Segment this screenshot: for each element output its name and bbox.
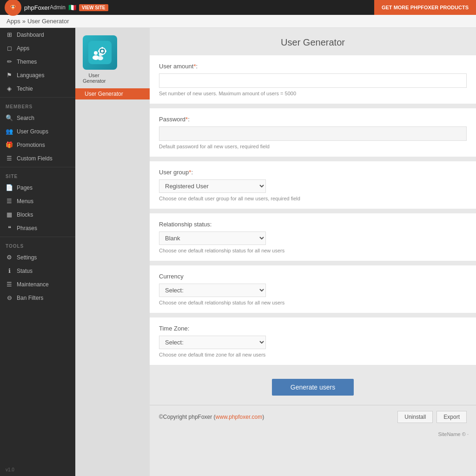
status-icon: ℹ <box>6 267 13 274</box>
sidebar-item-blocks[interactable]: ▦ Blocks <box>0 208 75 221</box>
sidebar-item-settings[interactable]: ⚙ Settings <box>0 251 75 264</box>
promotions-icon: 🎁 <box>6 141 13 148</box>
sidebar-item-label: Menus <box>17 198 33 205</box>
sidebar-item-label: Status <box>17 268 33 274</box>
custom-fields-icon: ☰ <box>6 155 13 162</box>
themes-icon: ✏ <box>6 58 13 65</box>
sidebar-version: v1.0 <box>0 463 75 476</box>
sidebar-item-menus[interactable]: ☰ Menus <box>0 194 75 208</box>
app-main: User Generator User amount*: Set number … <box>150 28 476 476</box>
user-group-select[interactable]: Registered User Administrator Staff <box>159 179 266 193</box>
currency-select[interactable]: Select: USD EUR GBP <box>159 284 266 297</box>
relationship-status-hint: Choose one default relationship status f… <box>159 248 467 253</box>
brand-label: phpFoxer <box>24 4 50 11</box>
sidebar-item-phrases[interactable]: ❝ Phrases <box>0 221 75 235</box>
app-content-wrapper: User Generator User Generator User Gener… <box>75 28 476 476</box>
breadcrumb-separator: » <box>22 18 26 25</box>
sidebar-item-search[interactable]: 🔍 Search <box>0 111 75 125</box>
svg-rect-8 <box>98 51 100 52</box>
sidebar-item-themes[interactable]: ✏ Themes <box>0 55 75 68</box>
phpfoxer-link[interactable]: www.phpfoxer.com <box>216 414 263 420</box>
sidebar-item-custom-fields[interactable]: ☰ Custom Fields <box>0 152 75 165</box>
get-more-button[interactable]: GET MORE PHPFOXER PRODUCTS <box>374 0 476 15</box>
app-sidebar: User Generator User Generator <box>75 28 150 476</box>
sidebar-divider-2 <box>0 167 75 167</box>
sidebar-item-label: Languages <box>17 72 44 79</box>
sidebar-item-label: Custom Fields <box>17 155 53 162</box>
svg-point-10 <box>94 51 98 55</box>
app-icon-box: User Generator <box>75 28 112 84</box>
search-icon: 🔍 <box>6 114 13 121</box>
sidebar-item-label: Blocks <box>17 212 33 218</box>
fox-icon <box>8 2 18 13</box>
footer-buttons: Uninstall Export <box>397 411 467 423</box>
user-group-hint: Choose one default user group for all ne… <box>159 196 467 201</box>
copyright-text: ©Copyright phpFoxer (www.phpfoxer.com) <box>159 414 264 420</box>
pages-icon: 📄 <box>6 184 13 191</box>
languages-icon: ⚑ <box>6 72 13 79</box>
password-section: Password*: Default password for all new … <box>150 108 476 157</box>
svg-rect-6 <box>102 47 103 49</box>
sidebar-divider-3 <box>0 237 75 237</box>
sidebar-item-apps[interactable]: ◻ Apps <box>0 41 75 55</box>
settings-icon: ⚙ <box>6 254 13 261</box>
sidebar-item-label: Pages <box>17 185 33 191</box>
view-site-button[interactable]: VIEW SITE <box>79 4 108 11</box>
generate-users-button[interactable]: Generate users <box>272 379 354 396</box>
sidebar-divider-1 <box>0 97 75 98</box>
password-input[interactable] <box>159 126 467 141</box>
maintenance-icon: ☰ <box>6 281 13 288</box>
sidebar-item-dashboard[interactable]: ⊞ Dashboard <box>0 28 75 41</box>
breadcrumb-apps[interactable]: Apps <box>7 18 20 25</box>
sidebar-item-user-groups[interactable]: 👥 User Groups <box>0 125 75 138</box>
user-amount-hint: Set number of new users. Maximum amount … <box>159 91 467 96</box>
time-zone-section: Time Zone: Select: UTC EST PST GMT Choos… <box>150 317 476 365</box>
sidebar-item-label: Techie <box>17 86 33 92</box>
sidebar-item-label: Phrases <box>17 225 37 231</box>
password-hint: Default password for all new users, requ… <box>159 144 467 149</box>
main-layout: ⊞ Dashboard ◻ Apps ✏ Themes ⚑ Languages … <box>0 28 476 476</box>
sidebar-item-promotions[interactable]: 🎁 Promotions <box>0 138 75 152</box>
ban-filters-icon: ⊖ <box>6 294 13 301</box>
user-group-section: User group*: Registered User Administrat… <box>150 161 476 209</box>
app-sub-nav-user-generator[interactable]: User Generator <box>75 88 150 99</box>
sidebar-item-pages[interactable]: 📄 Pages <box>0 181 75 194</box>
user-amount-section: User amount*: Set number of new users. M… <box>150 55 476 104</box>
admin-label: Admin <box>50 4 66 11</box>
breadcrumb: Apps » User Generator <box>0 15 476 28</box>
dashboard-icon: ⊞ <box>6 31 13 38</box>
user-amount-input[interactable] <box>159 73 467 88</box>
sidebar-item-techie[interactable]: ◈ Techie <box>0 82 75 95</box>
menus-icon: ☰ <box>6 198 13 205</box>
sidebar-item-ban-filters[interactable]: ⊖ Ban Filters <box>0 291 75 304</box>
user-group-label: User group*: <box>159 169 467 176</box>
currency-hint: Choose one default relationship status f… <box>159 300 467 305</box>
members-section-label: MEMBERS <box>0 99 75 111</box>
time-zone-select[interactable]: Select: UTC EST PST GMT <box>159 336 266 349</box>
sidebar-item-label: Apps <box>17 45 29 52</box>
svg-point-1 <box>12 6 13 7</box>
export-button[interactable]: Export <box>436 411 467 423</box>
sidebar-item-status[interactable]: ℹ Status <box>0 264 75 278</box>
sidebar-item-label: User Groups <box>17 128 48 135</box>
sidebar-item-label: Settings <box>17 254 37 261</box>
sidebar-item-label: Dashboard <box>17 32 44 38</box>
logo-area: phpFoxer <box>5 0 50 16</box>
uninstall-button[interactable]: Uninstall <box>397 411 433 423</box>
sidebar-item-label: Themes <box>17 59 37 65</box>
form-title: User Generator <box>150 28 476 55</box>
relationship-status-select[interactable]: Blank Single In a relationship Married <box>159 231 266 245</box>
blocks-icon: ▦ <box>6 211 13 218</box>
sidebar-item-label: Ban Filters <box>17 295 43 301</box>
content-area: User Generator User Generator User Gener… <box>75 28 476 476</box>
sidebar-item-languages[interactable]: ⚑ Languages <box>0 68 75 82</box>
app-icon-label: User Generator <box>83 73 105 84</box>
time-zone-hint: Choose one default time zone for all new… <box>159 352 467 357</box>
top-bar: phpFoxer Admin 🇮🇹 VIEW SITE GET MORE PHP… <box>0 0 476 15</box>
sidebar-item-label: Search <box>17 115 34 121</box>
tools-section-label: TOOLS <box>0 239 75 251</box>
sidebar-item-maintenance[interactable]: ☰ Maintenance <box>0 278 75 291</box>
site-section-label: SITE <box>0 169 75 181</box>
techie-icon: ◈ <box>6 85 13 92</box>
app-sub-nav: User Generator <box>75 88 150 99</box>
